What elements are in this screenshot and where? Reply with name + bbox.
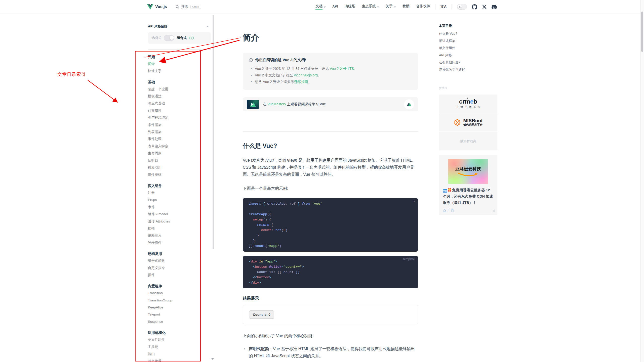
sponsor-label: 赞助位 bbox=[439, 86, 497, 90]
chevron-down-icon bbox=[394, 7, 396, 8]
sidebar-link[interactable]: TransitionGroup bbox=[148, 297, 211, 304]
sidebar-link[interactable]: 侦听器 bbox=[148, 157, 211, 164]
crmeb-logo: crmeb bbox=[459, 98, 477, 105]
sidebar-link[interactable]: 列表渲染 bbox=[148, 128, 211, 135]
sidebar-link[interactable]: 透传 Attributes bbox=[148, 218, 211, 225]
toc-link[interactable]: 什么是 Vue? bbox=[439, 30, 497, 37]
play-icon bbox=[251, 103, 254, 106]
sidebar-link[interactable]: 自定义指令 bbox=[148, 264, 211, 272]
sidebar-link[interactable]: 条件渲染 bbox=[148, 121, 211, 128]
discord-icon[interactable] bbox=[492, 4, 497, 10]
ad-image: 亚马逊云科技 bbox=[448, 159, 488, 184]
nav-link[interactable]: API bbox=[332, 4, 338, 9]
sidebar-scrollbar[interactable] bbox=[213, 15, 214, 249]
divider bbox=[243, 131, 418, 132]
amazon-ad-card[interactable]: 亚马逊云科技 免费用香港云服务器 12 个月，还有永久免费 CDN 加速服务（每… bbox=[439, 155, 497, 215]
amazon-smile-icon bbox=[457, 172, 479, 177]
vuemastery-banner[interactable]: 在 VueMastery 上观看视频课程学习 Vue bbox=[243, 97, 418, 111]
sidebar-link[interactable]: 插槽 bbox=[148, 225, 211, 232]
nav-link[interactable]: 赞助 bbox=[403, 4, 410, 10]
toc-link[interactable]: 渐进式框架 bbox=[439, 37, 497, 45]
sidebar-link[interactable]: 组合式函数 bbox=[148, 257, 211, 264]
ad-card-misboot[interactable]: MISBoot 低代码开发平台 bbox=[439, 113, 497, 131]
sidebar-link[interactable]: 异步组件 bbox=[148, 239, 211, 246]
nav-link[interactable]: 关于 bbox=[386, 4, 396, 10]
paragraph: 下面是一个最基本的示例: bbox=[243, 185, 418, 192]
sidebar-link[interactable]: 组件基础 bbox=[148, 171, 211, 178]
sidebar-link[interactable]: Transition bbox=[148, 290, 211, 297]
api-style-toggle[interactable] bbox=[164, 35, 174, 41]
sidebar: API 风格偏好 选项式 组合式 开始 简介快速上手 基础 创建一个应用模板语法… bbox=[148, 14, 211, 362]
sidebar-link[interactable]: 计算属性 bbox=[148, 107, 211, 114]
toc-link[interactable]: 单文件组件 bbox=[439, 44, 497, 52]
toc-link[interactable]: 选择你的学习路径 bbox=[439, 66, 497, 73]
sidebar-link[interactable]: 插件 bbox=[148, 272, 211, 279]
nav-link-label: 生态系统 bbox=[362, 4, 376, 10]
help-icon[interactable] bbox=[189, 36, 194, 40]
count-button[interactable]: Count is: 0 bbox=[249, 310, 274, 319]
info-bullet: Vue 2 将于 2023 年 12 月 31 日停止维护。详见 Vue 2 延… bbox=[249, 65, 412, 72]
sidebar-link[interactable]: 生命周期 bbox=[148, 150, 211, 157]
vuemastery-thumbnail bbox=[247, 100, 259, 109]
sidebar-link[interactable]: 工具链 bbox=[148, 343, 211, 350]
sidebar-link[interactable]: Teleport bbox=[148, 311, 211, 318]
ad-card-become-sponsor[interactable]: 成为赞助商 bbox=[439, 132, 497, 150]
sidebar-link[interactable]: 事件处理 bbox=[148, 135, 211, 143]
sidebar-link[interactable]: 注册 bbox=[148, 189, 211, 196]
code-line: </button> bbox=[249, 275, 412, 280]
sidebar-link[interactable]: Props bbox=[148, 196, 211, 203]
sidebar-section-title: 深入组件 bbox=[148, 182, 211, 189]
sidebar-link[interactable]: 快速上手 bbox=[148, 68, 211, 75]
free-icon bbox=[443, 189, 447, 193]
api-preference-label: API 风格偏好 bbox=[148, 24, 167, 29]
sidebar-link[interactable]: 组件 v-model bbox=[148, 211, 211, 218]
sidebar-link[interactable]: 表单输入绑定 bbox=[148, 143, 211, 150]
nav-link[interactable]: 演练场 bbox=[345, 4, 355, 10]
page-scrollbar[interactable] bbox=[640, 0, 644, 362]
ad-card-crmeb[interactable]: crmeb 开源电商系统 bbox=[439, 95, 497, 113]
translate-icon[interactable]: 文A bbox=[440, 5, 447, 9]
x-icon[interactable] bbox=[482, 5, 487, 9]
github-icon[interactable] bbox=[472, 4, 477, 10]
sidebar-link[interactable]: 事件 bbox=[148, 204, 211, 211]
theme-toggle[interactable] bbox=[457, 4, 467, 10]
sidebar-link[interactable]: 状态管理 bbox=[148, 358, 211, 362]
navbar-left: Vue.js 搜索 Ctrl K bbox=[147, 0, 201, 14]
sidebar-link[interactable]: 依赖注入 bbox=[148, 232, 211, 239]
brand[interactable]: Vue.js bbox=[147, 4, 167, 10]
sidebar-link[interactable]: 路由 bbox=[148, 350, 211, 357]
nav-link-label: API bbox=[332, 4, 338, 9]
sidebar-link[interactable]: 简介 bbox=[148, 60, 211, 67]
sidebar-link[interactable]: 模板引用 bbox=[148, 164, 211, 171]
sidebar-link[interactable]: 类与样式绑定 bbox=[148, 114, 211, 121]
right-rail: 本页目录 什么是 Vue?渐进式框架单文件组件API 风格还有其他问题?选择你的… bbox=[439, 14, 497, 215]
search-button[interactable]: 搜索 Ctrl K bbox=[176, 5, 202, 9]
scrollbar-thumb[interactable] bbox=[641, 12, 643, 52]
nav-links: 文档 API 演练场 生态系统 bbox=[315, 4, 430, 10]
options-api-label[interactable]: 选项式 bbox=[151, 36, 161, 40]
toc-link[interactable]: 还有其他问题? bbox=[439, 59, 497, 66]
sidebar-link[interactable]: 创建一个应用 bbox=[148, 86, 211, 93]
nav-link[interactable]: 合作伙伴 bbox=[416, 4, 430, 10]
code-line: <div id="app"> bbox=[249, 259, 412, 264]
nav-link[interactable]: 文档 bbox=[315, 4, 326, 10]
become-sponsor-label: 成为赞助商 bbox=[460, 139, 476, 144]
vuemastery-badge-icon bbox=[404, 99, 414, 109]
sidebar-link[interactable]: KeepAlive bbox=[148, 304, 211, 311]
sidebar-link[interactable]: Suspense bbox=[148, 318, 211, 325]
search-label: 搜索 bbox=[181, 5, 188, 9]
sidebar-scroll-down-icon[interactable] bbox=[211, 358, 214, 360]
api-preference-card: 选项式 组合式 bbox=[148, 32, 211, 44]
sidebar-link[interactable]: 响应式基础 bbox=[148, 100, 211, 107]
sidebar-link[interactable]: 模板语法 bbox=[148, 93, 211, 100]
divider bbox=[452, 4, 452, 10]
toc-link[interactable]: API 风格 bbox=[439, 52, 497, 59]
composition-api-label[interactable]: 组合式 bbox=[177, 36, 187, 40]
navbar-right: 文档 API 演练场 生态系统 bbox=[315, 0, 497, 14]
ad-close-icon[interactable] bbox=[493, 209, 495, 213]
api-preference-title[interactable]: API 风格偏好 bbox=[148, 24, 211, 29]
nav-link[interactable]: 生态系统 bbox=[362, 4, 379, 10]
sidebar-link[interactable]: 单文件组件 bbox=[148, 336, 211, 343]
annotation-label: 文章目录索引 bbox=[57, 71, 86, 77]
code-line: }).mount('#app') bbox=[249, 243, 412, 249]
